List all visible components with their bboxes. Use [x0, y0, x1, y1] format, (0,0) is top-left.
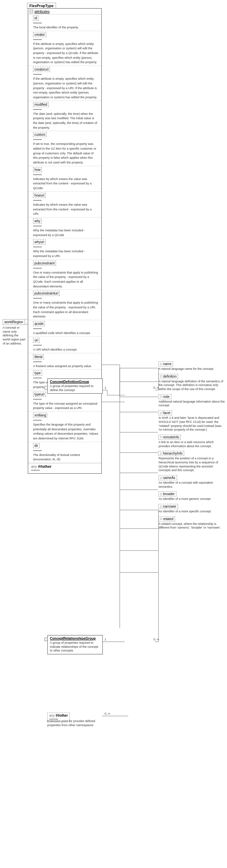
concept-prop-name: □ hierarchyInfo [159, 451, 184, 456]
attr-desc: A URI which identifies a concept. [33, 348, 77, 351]
attr-dots: ▪▪▪▪▪▪▪▪ [33, 21, 98, 25]
attr-dots: ▪▪▪▪▪▪▪▪ [33, 360, 98, 363]
cdg-multi-left: 1 [105, 386, 106, 389]
attr-name: creatoruri [33, 67, 50, 72]
attributes-label: attributes [34, 9, 50, 14]
attr-desc: Specifies the language of this property … [33, 423, 98, 440]
attr-desc: If the attribute is empty, specifies whi… [33, 42, 98, 64]
attr-name: dir [33, 443, 39, 448]
expand-icon[interactable]: - [30, 10, 33, 13]
any-other-bottom-desc: Extension point for provider-defined pro… [47, 719, 101, 727]
attr-name: typeuri [33, 392, 46, 397]
crg-desc: A group of properties required to indica… [50, 641, 100, 653]
attr-desc: The date (and, optionally, the time) whe… [33, 112, 97, 129]
prop-label: broader [163, 492, 174, 496]
attr-name: modified [33, 102, 49, 107]
concept-prop: □ hierarchyInfo Represents the position … [159, 451, 226, 473]
attr-name: literal [33, 354, 44, 359]
attr-name: howuri [33, 193, 46, 198]
concept-prop-name: □ sameAs [159, 475, 177, 480]
attr-name: qcode [33, 321, 45, 326]
prop-icon: □ [160, 375, 162, 378]
concept-definition-group-box: ConceptDefinitionGroup A group of proper… [47, 378, 103, 394]
concept-prop-desc: An identifier of a more generic concept. [159, 497, 226, 501]
attr-dots: ▪▪▪▪▪▪▪▪ [33, 245, 98, 249]
right-props-list: □ name A natural language name for the c… [159, 361, 226, 533]
attr-name: id [33, 16, 38, 21]
attributes-header[interactable]: - attributes [28, 9, 101, 15]
concept-prop-desc: In NAR 1.8 and later: facet is deprecate… [159, 416, 226, 432]
concept-prop: □ broader An identifier of a more generi… [159, 491, 226, 501]
concept-prop-desc: Represents the position of a concept in … [159, 457, 226, 473]
world-region-box: worldRegion [3, 319, 25, 325]
attr-row: creatoruri ▪▪▪▪▪▪▪▪ If the attribute is … [28, 66, 101, 101]
concept-prop: □ definition A natural language definiti… [159, 374, 226, 391]
attr-desc: If the attribute is empty, specifies whi… [33, 77, 97, 99]
attr-row: pubconstraint ▪▪▪▪▪▪▪▪ One or many const… [28, 260, 101, 290]
crg-multi-right: 0..∞ [153, 638, 159, 641]
prop-label: hierarchyInfo [163, 452, 182, 455]
concept-prop-name: □ narrower [159, 504, 178, 509]
prop-icon: □ [160, 362, 162, 366]
concept-prop-desc: An identifier of a concept with equivale… [159, 481, 226, 489]
attr-row: pubconstrainturi ▪▪▪▪▪▪▪▪ One or many co… [28, 290, 101, 320]
attr-row: xmllang ▪▪▪▪▪▪▪▪ Specifies the language … [28, 412, 101, 442]
concept-prop-name: □ broader [159, 491, 176, 496]
concept-prop-desc: A natural language definition of the sem… [159, 380, 226, 391]
attr-desc: Why the metadata has been included - exp… [33, 250, 85, 258]
crg-label: ConceptRelationshipsGroup [50, 637, 100, 640]
concept-prop-name: □ note [159, 394, 171, 399]
cdg-label: ConceptDefinitionGroup [50, 380, 100, 384]
prop-label: remoteInfo [163, 435, 179, 439]
attr-dots: ▪▪▪▪▪▪▪▪ [33, 224, 98, 228]
concept-prop-name: □ facet [159, 410, 172, 415]
attr-row: how ▪▪▪▪▪▪▪▪ Indicates by which means th… [28, 166, 101, 192]
concept-prop-desc: A related concept, where the relationshi… [159, 522, 226, 530]
any-other-row: any ##other ▪▪▪▪▪▪▪▪ [28, 463, 101, 473]
attr-dots: ▪▪▪▪▪▪▪▪ [33, 418, 98, 422]
concept-relationships-group-box: ConceptRelationshipsGroup A group of pro… [47, 635, 103, 655]
concept-prop-desc: A natural language name for the concept. [159, 367, 226, 371]
attr-dots: ▪▪▪▪▪▪▪▪ [33, 327, 98, 330]
concept-prop: □ narrower An identifier of a more speci… [159, 504, 226, 514]
attr-desc: Indicates by which means the value was e… [33, 203, 92, 215]
attr-name: why [33, 219, 42, 224]
attr-row: uri ▪▪▪▪▪▪▪▪ A URI which identifies a co… [28, 337, 101, 353]
attr-name: creator [33, 32, 46, 37]
prop-icon: □ [160, 517, 162, 520]
prop-label: related [163, 517, 173, 521]
attr-row: custom ▪▪▪▪▪▪▪▪ If set to true, the corr… [28, 131, 101, 166]
prop-label: definition [163, 375, 176, 378]
attr-dots: ▪▪▪▪▪▪▪▪ [33, 266, 98, 270]
attr-row: qcode ▪▪▪▪▪▪▪▪ A qualified code which id… [28, 320, 101, 337]
cdg-multi-right: 0..∞ [153, 386, 159, 389]
any-other-multi: 0..∞ [105, 712, 110, 715]
attr-desc: A freetext value assigned as property va… [33, 364, 92, 368]
attr-dots: ▪▪▪▪▪▪▪▪ [33, 173, 98, 176]
prop-icon: □ [160, 435, 162, 439]
attr-name: custom [33, 132, 47, 137]
concept-prop: □ note Additional natural language infor… [159, 394, 226, 408]
concept-prop-name: □ definition [159, 374, 178, 379]
attr-dots: ▪▪▪▪▪▪▪▪ [33, 108, 98, 111]
attr-name: whyuri [33, 239, 46, 245]
attr-desc: Why the metadata has been included - exp… [33, 229, 85, 237]
attr-dots: ▪▪▪▪▪▪▪▪ [33, 343, 98, 347]
concept-prop-name: □ name [159, 361, 173, 366]
attr-row: creator ▪▪▪▪▪▪▪▪ If the attribute is emp… [28, 31, 101, 66]
prop-icon: □ [160, 492, 162, 496]
attr-row: id ▪▪▪▪▪▪▪▪ The local identifier of the … [28, 15, 101, 31]
prop-label: narrower [163, 505, 176, 508]
cdg-desc: A group of properties required to define… [50, 384, 100, 392]
attr-name: pubconstraint [33, 261, 56, 266]
world-region-desc: A concept or name only defining the worl… [3, 326, 26, 346]
attr-name: pubconstrainturi [33, 291, 60, 296]
attr-desc: The local identifier of the property. [33, 26, 79, 29]
attr-row: whyuri ▪▪▪▪▪▪▪▪ Why the metadata has bee… [28, 238, 101, 259]
attr-dots: ▪▪▪▪▪▪▪▪ [33, 449, 98, 452]
attr-desc: One or many constraints that apply to pu… [33, 271, 98, 288]
attr-desc: If set to true, the corresponding proper… [33, 142, 96, 164]
concept-prop: □ name A natural language name for the c… [159, 361, 226, 371]
main-diagram-box: - attributes id ▪▪▪▪▪▪▪▪ The local ident… [28, 8, 102, 474]
attr-desc: The directionality of textual content (e… [33, 453, 80, 461]
